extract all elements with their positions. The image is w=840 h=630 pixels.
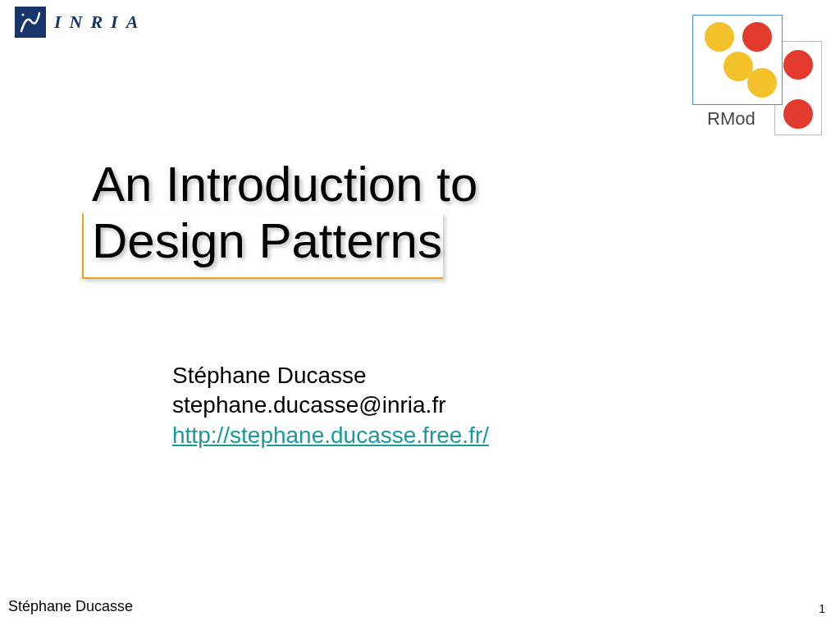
author-name: Stéphane Ducasse bbox=[172, 361, 489, 390]
inria-logo: INRIA bbox=[15, 7, 146, 38]
footer-author: Stéphane Ducasse bbox=[8, 598, 133, 615]
title-line-1: An Introduction to bbox=[92, 157, 477, 212]
page-number: 1 bbox=[819, 602, 825, 615]
circle-icon bbox=[783, 50, 813, 80]
rmod-logo: RMod bbox=[692, 15, 824, 138]
author-email: stephane.ducasse@inria.fr bbox=[172, 390, 489, 420]
author-url-link[interactable]: http://stephane.ducasse.free.fr/ bbox=[172, 422, 489, 448]
inria-mark-icon bbox=[15, 7, 46, 38]
title-line-2: Design Patterns bbox=[92, 213, 442, 268]
svg-point-0 bbox=[22, 14, 25, 16]
inria-logo-text: INRIA bbox=[54, 11, 146, 33]
circle-icon bbox=[705, 22, 734, 52]
rmod-label: RMod bbox=[707, 108, 756, 130]
author-block: Stéphane Ducasse stephane.ducasse@inria.… bbox=[172, 361, 489, 450]
circle-icon bbox=[742, 22, 772, 52]
circle-icon bbox=[783, 99, 813, 129]
rmod-box-front bbox=[692, 15, 783, 105]
circle-icon bbox=[747, 68, 777, 98]
slide-title: An Introduction to Design Patterns bbox=[82, 156, 541, 269]
